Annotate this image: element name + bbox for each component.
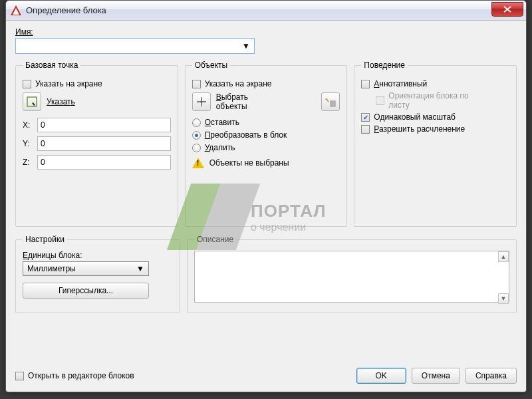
- app-icon: [10, 5, 22, 17]
- y-label: Y:: [23, 139, 32, 148]
- radio-icon: [192, 144, 201, 152]
- block-unit-label: Единицы блока:Единицы блока:: [23, 251, 173, 260]
- pick-point-icon: [27, 96, 37, 107]
- no-objects-warning: Объекты не выбраны: [192, 158, 340, 168]
- quick-select-icon: [325, 96, 336, 107]
- checkbox-icon: [23, 80, 31, 88]
- checkbox-icon: [376, 96, 384, 105]
- select-objects-label: ВВыбрать объектыыбратьобъекты: [216, 92, 248, 111]
- group-description: Описание ▲ ▼: [187, 235, 517, 313]
- chk-annotative[interactable]: АннотативныйАннотативный: [361, 79, 509, 88]
- x-input[interactable]: [37, 118, 171, 132]
- legend-base-point: Базовая точка: [23, 61, 80, 70]
- checkbox-icon: [15, 372, 24, 380]
- chk-open-in-editor[interactable]: Открыть в редакторе блоков: [15, 371, 134, 380]
- radio-convert[interactable]: Преобразовать в блокПреобразовать в блок: [192, 130, 340, 140]
- window-title: Определение блока: [26, 5, 491, 15]
- chevron-down-icon: ▼: [238, 41, 254, 51]
- z-input[interactable]: [37, 155, 171, 170]
- block-unit-select[interactable]: Миллиметры ▼: [23, 261, 149, 276]
- name-combobox[interactable]: ▼: [15, 38, 255, 54]
- select-objects-button[interactable]: [192, 92, 211, 111]
- name-label: Имя:: [15, 27, 517, 37]
- legend-objects: Объекты: [192, 61, 231, 70]
- select-objects-icon: [196, 96, 207, 107]
- specify-onscreen-base[interactable]: Указать на экране: [23, 79, 171, 88]
- checkbox-icon: [192, 80, 201, 88]
- scroll-down-icon[interactable]: ▼: [498, 293, 509, 304]
- y-input[interactable]: [37, 136, 171, 151]
- titlebar[interactable]: Определение блока: [6, 1, 526, 21]
- legend-settings: Настройки: [23, 235, 67, 244]
- dialog-window: Определение блока Имя: ▼ Базовая точка У…: [5, 0, 527, 392]
- x-label: X:: [23, 120, 32, 130]
- description-textarea[interactable]: [194, 251, 509, 303]
- client-area: Имя: ▼ Базовая точка Указать на экране У…: [6, 21, 526, 392]
- help-button[interactable]: Справка: [466, 368, 517, 384]
- legend-behavior: Поведение: [361, 61, 408, 70]
- scroll-up-icon[interactable]: ▲: [498, 251, 509, 262]
- ok-button[interactable]: OK: [356, 368, 406, 384]
- chk-match-orientation: Ориентация блока по листу: [376, 91, 509, 110]
- checkbox-icon: [361, 125, 370, 134]
- group-base-point: Базовая точка Указать на экране Указать …: [15, 61, 178, 227]
- group-objects: Объекты Указать на экране ВВыбрать объек…: [185, 61, 348, 227]
- quick-select-button[interactable]: [321, 92, 340, 111]
- z-label: Z:: [23, 158, 32, 167]
- radio-icon: [192, 131, 201, 140]
- group-settings: Настройки Единицы блока:Единицы блока: М…: [15, 235, 180, 313]
- chk-scale-uniform[interactable]: ✔ Одинаковый масштаб: [361, 112, 509, 122]
- close-button[interactable]: [491, 2, 523, 17]
- dialog-footer: Открыть в редакторе блоков OK Отмена Спр…: [15, 368, 517, 384]
- chk-allow-explode[interactable]: Разрешить расчленениеРазрешить расчленен…: [361, 124, 509, 134]
- group-behavior: Поведение АннотативныйАннотативный Ориен…: [354, 61, 517, 227]
- hyperlink-button[interactable]: Гиперссылка...: [23, 283, 149, 299]
- pick-point-button[interactable]: [23, 92, 41, 111]
- radio-delete[interactable]: УдалитьУдалить: [192, 143, 340, 152]
- checkbox-icon: ✔: [361, 113, 370, 122]
- radio-icon: [192, 118, 201, 127]
- cancel-button[interactable]: Отмена: [412, 368, 460, 384]
- svg-point-3: [200, 101, 202, 103]
- warning-icon: [192, 158, 204, 168]
- close-icon: [503, 6, 511, 13]
- chevron-down-icon: ▼: [136, 264, 144, 273]
- legend-description: Описание: [194, 235, 236, 244]
- radio-retain[interactable]: ОставитьОставить: [192, 118, 340, 127]
- checkbox-icon: [361, 80, 370, 88]
- specify-onscreen-objects[interactable]: Указать на экране: [192, 79, 340, 88]
- block-unit-value: Миллиметры: [27, 264, 76, 273]
- pick-point-label: Указать: [47, 97, 75, 106]
